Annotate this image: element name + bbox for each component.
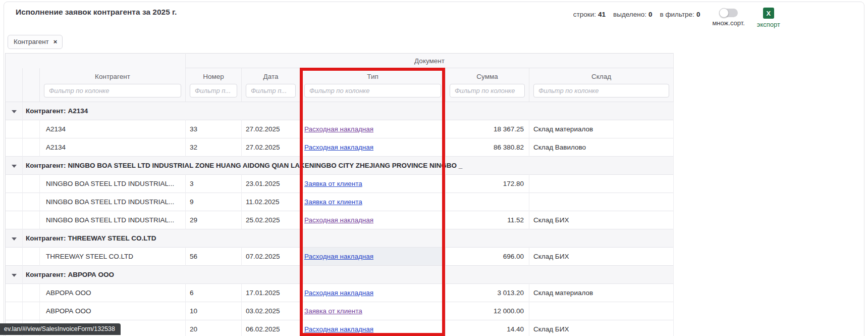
collapse-group-icon[interactable]: [12, 110, 17, 113]
filter-input-number[interactable]: [190, 84, 237, 98]
data-table-wrapper: Документ Контрагент Номер Дата Тип Сумма…: [5, 53, 673, 336]
cell-number: 6: [186, 284, 242, 302]
cell-contragent: А2134: [40, 138, 186, 157]
cell-warehouse: [529, 302, 674, 320]
cell-contragent: АВРОРА ООО: [40, 284, 186, 302]
excel-export-icon[interactable]: X: [763, 8, 774, 19]
group-label: Контрагент:: [26, 234, 66, 242]
cell-date: 11.02.2025: [242, 193, 300, 211]
expander-column-header: [6, 68, 23, 84]
column-header-warehouse[interactable]: Склад: [529, 68, 674, 84]
cell-date: 23.01.2025: [242, 175, 300, 193]
filter-input-type[interactable]: [304, 84, 441, 98]
cell-date: 27.02.2025: [242, 138, 300, 157]
stat-rows-label: строки:: [573, 11, 596, 18]
table-row: А2134 32 27.02.2025 Расходная накладная …: [6, 138, 674, 157]
group-row: Контрагент:А2134: [6, 102, 674, 120]
cell-sum: 18 367.25: [446, 120, 529, 138]
column-group-document: Документ: [186, 54, 674, 68]
filter-chip-contragent[interactable]: Контрагент ×: [8, 35, 63, 49]
cell-warehouse: Склад БИХ: [529, 248, 674, 266]
active-filters-row: Контрагент ×: [8, 35, 864, 49]
cell-date: 25.02.2025: [242, 211, 300, 229]
data-table: Документ Контрагент Номер Дата Тип Сумма…: [5, 53, 674, 336]
document-link[interactable]: Расходная накладная: [304, 143, 373, 151]
column-header-sum[interactable]: Сумма: [446, 68, 529, 84]
filter-input-sum[interactable]: [450, 84, 525, 98]
multisort-label: множ.сорт.: [712, 19, 744, 27]
group-row: Контрагент:NINGBO BOA STEEL LTD INDUSTRI…: [6, 157, 674, 175]
table-stats: строки:41 выделено:0 в фильтре:0: [573, 11, 700, 18]
cell-sum: 3 013.20: [446, 284, 529, 302]
table-row: NINGBO BOA STEEL LTD INDUSTRIAL... 9 11.…: [6, 193, 674, 211]
cell-number: 29: [186, 211, 242, 229]
filter-input-date[interactable]: [246, 84, 296, 98]
cell-warehouse: [529, 175, 674, 193]
cell-number: 32: [186, 138, 242, 157]
export-control: X экспорт: [757, 8, 780, 28]
stat-rows: строки:41: [573, 11, 606, 18]
column-header-type[interactable]: Тип: [300, 68, 446, 84]
document-link[interactable]: Расходная накладная: [304, 125, 373, 133]
table-row: NINGBO BOA STEEL LTD INDUSTRIAL... 29 25…: [6, 211, 674, 229]
multisort-toggle[interactable]: [720, 9, 738, 17]
cell-sum: [446, 193, 529, 211]
group-label: Контрагент:: [26, 107, 66, 115]
document-link[interactable]: Заявка от клиента: [304, 198, 362, 206]
document-link[interactable]: Расходная накладная: [304, 325, 373, 333]
group-value: THREEWAY STEEL CO.LTD: [68, 234, 156, 242]
cell-date: 27.02.2025: [242, 120, 300, 138]
stat-in-filter-label: в фильтре:: [660, 11, 694, 18]
filter-chip-label: Контрагент: [14, 38, 49, 45]
cell-sum: 172.80: [446, 175, 529, 193]
group-header-row: Документ: [6, 54, 674, 68]
filter-input-warehouse[interactable]: [533, 84, 669, 98]
stat-selected: выделено:0: [613, 11, 652, 18]
cell-date: 17.01.2025: [242, 284, 300, 302]
stat-selected-label: выделено:: [613, 11, 646, 18]
cell-sum: 12 000.00: [446, 302, 529, 320]
document-link[interactable]: Расходная накладная: [304, 289, 373, 297]
select-column-header: [23, 68, 40, 84]
chip-close-icon[interactable]: ×: [53, 38, 58, 45]
cell-sum: 696.00: [446, 248, 529, 266]
cell-number: 10: [186, 302, 242, 320]
column-header-row: Контрагент Номер Дата Тип Сумма Склад: [6, 68, 674, 84]
cell-warehouse: Склад материалов: [529, 284, 674, 302]
table-row: АВРОРА ООО 10 03.02.2025 Заявка от клиен…: [6, 302, 674, 320]
document-link[interactable]: Заявка от клиента: [304, 180, 362, 187]
column-header-date[interactable]: Дата: [242, 68, 300, 84]
cell-date: 03.02.2025: [242, 302, 300, 320]
column-header-contragent[interactable]: Контрагент: [40, 68, 186, 84]
document-link[interactable]: Заявка от клиента: [304, 307, 362, 315]
stat-rows-value: 41: [598, 11, 606, 18]
cell-contragent: NINGBO BOA STEEL LTD INDUSTRIAL...: [40, 193, 186, 211]
cell-number: 3: [186, 175, 242, 193]
multisort-control: множ.сорт.: [712, 8, 744, 27]
cell-sum: 14.40: [446, 320, 529, 336]
table-row: АВРОРА ООО 6 17.01.2025 Расходная наклад…: [6, 284, 674, 302]
status-bar-url-tooltip: ev.lan/#/view/SalesInvoiceForm/132538: [0, 323, 121, 335]
collapse-group-icon[interactable]: [12, 274, 17, 277]
group-value: NINGBO BOA STEEL LTD INDUSTRIAL ZONE HUA…: [68, 162, 462, 169]
cell-contragent: А2134: [40, 120, 186, 138]
group-label: Контрагент:: [26, 271, 66, 278]
filter-input-contragent[interactable]: [44, 84, 181, 98]
table-row: А2134 33 27.02.2025 Расходная накладная …: [6, 120, 674, 138]
page-title: Исполнение заявок контрагента за 2025 г.: [16, 8, 177, 17]
cell-number: 20: [186, 320, 242, 336]
collapse-group-icon[interactable]: [12, 165, 17, 168]
table-row: NINGBO BOA STEEL LTD INDUSTRIAL... 3 23.…: [6, 175, 674, 193]
cell-sum: 11.52: [446, 211, 529, 229]
column-header-number[interactable]: Номер: [186, 68, 242, 84]
collapse-group-icon[interactable]: [12, 237, 17, 241]
header-empty-cell: [6, 54, 186, 68]
stat-selected-value: 0: [648, 11, 653, 18]
cell-warehouse: [529, 193, 674, 211]
cell-contragent: THREEWAY STEEL CO.LTD: [40, 248, 186, 266]
document-link[interactable]: Расходная накладная: [304, 253, 373, 260]
document-link[interactable]: Расходная накладная: [304, 216, 373, 224]
cell-contragent: NINGBO BOA STEEL LTD INDUSTRIAL...: [40, 211, 186, 229]
cell-date: 06.02.2025: [242, 320, 300, 336]
toolbar: Исполнение заявок контрагента за 2025 г.…: [4, 2, 864, 28]
